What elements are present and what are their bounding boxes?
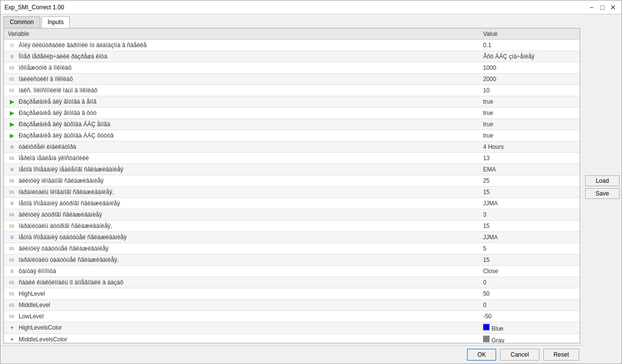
variable-name: äëèíóèÿ áóòðîãî ñãëàæèâàíèåÿ (19, 211, 102, 218)
variable-name: Ðàçðåøàíèå äëÿ âûõîäà ÁÁÇ ôóòóâ (19, 132, 114, 139)
row-icon-13: 01 (8, 188, 16, 196)
table-row[interactable]: ½Äîëÿ ôèëüòðàöèè ãàðìîíèè îò äèàïàçîíà â… (4, 40, 580, 51)
row-icon-9: ≡ (8, 143, 16, 151)
save-button[interactable]: Save (585, 188, 620, 199)
row-icon-6: ▶ (8, 109, 16, 117)
table-row[interactable]: 01ïðîìåæóòîê â ïîêîëàõ1000 (4, 62, 580, 74)
variable-cell: ≡ìåòîä îñíåäàíèÿ áóòðîãî ñãëàæèâàíèåÿ (4, 198, 284, 209)
row-icon-26: ✦ (8, 336, 16, 343)
table-row[interactable]: ≡òàéìôðåéì èíäèêàòîðà4 Hours (4, 141, 580, 153)
variable-name: ìåòîä îñíåäàíèÿ ìåäëåíîãî ñãëàæèâàíèåÿ (19, 166, 123, 173)
table-row[interactable]: 01äëèíóèÿ áóòðîãî ñãëàæèâàíèåÿ3 (4, 209, 580, 221)
cancel-button[interactable]: Cancel (500, 349, 539, 361)
table-row[interactable]: 01ïàðàíèòàëü òàäóóùåé ñãëàæèâàíèåÿ,15 (4, 254, 580, 266)
table-row[interactable]: 01äëèíóèÿ ïëîãàíîãî ñãëàæèâàíèåÿ25 (4, 175, 580, 187)
reset-button[interactable]: Reset (543, 349, 579, 361)
variable-name: òàéìôðåéì èíäèêàòîðà (19, 143, 76, 150)
value-text: Blue (490, 325, 503, 332)
value-cell: true (479, 130, 580, 141)
table-row[interactable]: 01ïàðàíèòàëü áóòðîãî ñãëàæèâàíèåÿ,15 (4, 221, 580, 232)
row-icon-24: 01 (8, 312, 16, 320)
dialog-buttons: OK Cancel Reset (0, 345, 583, 364)
table-row[interactable]: ▶Ðàçðåøàíèå äëÿ âûõîäà ÁÁÇ ôóòóâtrue (4, 130, 580, 141)
table-row[interactable]: 01ïàðàíèòàëü ïëîãàíîãî ñãëàæèâàíèåÿ,15 (4, 187, 580, 198)
variable-cell: 01îàëëèñòèêî â ïîêîëàõ (4, 74, 284, 84)
table-row[interactable]: 01ïåðèîä ìåäëåíà ÿêîñòàíîèëè13 (4, 153, 580, 164)
variable-cell: 01äëèíóèÿ ïëîãàíîãî ñãëàæèâàíèåÿ (4, 175, 284, 186)
value-cell: 3 (479, 209, 580, 221)
table-row[interactable]: 01ìàêñ. ïîëîñîïîëëîê îáüî â ïîêîëàõ10 (4, 85, 580, 96)
value-cell: 2000 (479, 74, 580, 85)
variable-cell: 01MiddleLevel (4, 300, 284, 310)
maximize-button[interactable]: □ (598, 3, 607, 12)
row-icon-20: ≡ (8, 267, 16, 275)
table-row[interactable]: 01ñààëè êíàêöèîíàëü ïî àíîåãíîàëè â áàçà… (4, 277, 580, 288)
variable-name: îàëëèñòèêî â ïîêîëàõ (19, 76, 73, 83)
value-cell: 4 Hours (479, 141, 580, 153)
table-section: Variable Value ½Äîëÿ ôèëüòðàöèè ãàðìîíèè… (0, 28, 583, 364)
row-icon-25: ✦ (8, 324, 16, 332)
load-button[interactable]: Load (585, 175, 620, 186)
value-cell: Åñò ÁÁÇ çíà÷åíèåÿ (479, 51, 580, 62)
main-window: Exp_SMI_Correct 1.00 − □ ✕ Common Inputs (0, 0, 622, 364)
table-row[interactable]: 01äëèíóèÿ òàäóóùåé ñãëàæèâàíèåÿ5 (4, 243, 580, 254)
table-row[interactable]: ✦MiddleLevelsColor Gray (4, 334, 580, 343)
value-cell: 15 (479, 221, 580, 232)
row-icon-11: ≡ (8, 166, 16, 173)
table-row[interactable]: ✦HighLevelsColor Blue (4, 322, 580, 334)
value-cell: EMA (479, 164, 580, 175)
value-cell: 0 (479, 277, 580, 288)
value-cell: -50 (479, 311, 580, 322)
variable-cell: 01HighLevel (4, 288, 284, 299)
table-row[interactable]: ≡ìåòîä îñíåäàíèÿ òàäóóùåé ñãëàæèâàíèåÿJJ… (4, 232, 580, 243)
variable-cell: ▶Ðàçðåøàíèå äëÿ ãîòîâà â åìîã (4, 96, 284, 107)
minimize-button[interactable]: − (587, 3, 596, 12)
variable-name: ìåòîä îñíåäàíèÿ òàäóóùåé ñãëàæèâàíèåÿ (19, 234, 127, 241)
variable-name: äëèíóèÿ ïëîãàíîãî ñãëàæèâàíèåÿ (19, 177, 104, 184)
value-cell: Close (479, 266, 580, 277)
row-icon-12: 01 (8, 177, 16, 185)
row-icon-2: 01 (8, 64, 16, 72)
table-row[interactable]: ▶Ðàçðåøàíèå äëÿ âûõîäà ÁÁÇ åìîãàtrue (4, 119, 580, 130)
tab-common[interactable]: Common (3, 16, 40, 28)
table-row[interactable]: ≡ìåòîä îñíåäàíèÿ áóòðîãî ñãëàæèâàíèåÿJJM… (4, 198, 580, 209)
value-cell: 25 (479, 175, 580, 187)
value-cell: JJMA (479, 232, 580, 243)
table-row[interactable]: ▶Ðàçðåøàíèå äëÿ ãîòîâà â ôóòtrue (4, 108, 580, 119)
row-icon-16: 01 (8, 222, 16, 230)
variable-cell: ▶Ðàçðåøàíèå äëÿ âûõîäà ÁÁÇ åìîãà (4, 119, 284, 130)
variable-name: ïàðàíèòàëü áóòðîãî ñãëàæèâàíèåÿ, (19, 223, 112, 229)
value-text: Gray (490, 337, 504, 343)
tab-inputs[interactable]: Inputs (41, 16, 70, 28)
table-row[interactable]: ≡Íîìåð ïåðåêëþ÷àëêè ðàçðåøà ëîòàÅñò ÁÁÇ … (4, 51, 580, 62)
row-icon-7: ▶ (8, 120, 16, 128)
variable-name: Äîëÿ ôèëüòðàöèè ãàðìîíèè îò äèàïàçîíà â … (19, 42, 147, 49)
ok-button[interactable]: OK (467, 349, 496, 361)
value-cell: true (479, 108, 580, 119)
close-button[interactable]: ✕ (609, 3, 618, 12)
variable-cell: ≡ôàíòàÿ êîìïîíòà (4, 266, 284, 277)
window-title: Exp_SMI_Correct 1.00 (4, 4, 64, 11)
variable-cell: 01äëèíóèÿ áóòðîãî ñãëàæèâàíèåÿ (4, 209, 284, 220)
table-row[interactable]: ≡ìåòîä îñíåäàíèÿ ìåäëåíîãî ñãëàæèâàíèåÿE… (4, 164, 580, 175)
variable-cell: 01LowLevel (4, 311, 284, 322)
variable-cell: 01ïðîìåæóòîê â ïîêîëàõ (4, 62, 284, 73)
value-cell: 1000 (479, 62, 580, 74)
row-icon-17: ≡ (8, 233, 16, 241)
variable-cell: ≡Íîìåð ïåðåêëþ÷àëêè ðàçðåøà ëîòà (4, 51, 284, 62)
table-row[interactable]: ▶Ðàçðåøàíèå äëÿ ãîòîâà â åìîãtrue (4, 96, 580, 108)
table-row[interactable]: 01MiddleLevel0 (4, 300, 580, 311)
col-variable: Variable (4, 28, 479, 40)
table-wrapper[interactable]: Variable Value ½Äîëÿ ôèëüòðàöèè ãàðìîíèè… (4, 28, 580, 343)
row-icon-8: ▶ (8, 132, 16, 140)
row-icon-1: ≡ (8, 53, 16, 60)
parameters-table: Variable Value ½Äîëÿ ôèëüòðàöèè ãàðìîíèè… (4, 28, 580, 343)
variable-name: Ðàçðåøàíèå äëÿ âûõîäà ÁÁÇ åìîãà (19, 121, 110, 128)
table-row[interactable]: 01HighLevel50 (4, 288, 580, 300)
row-icon-10: 01 (8, 154, 16, 162)
table-row[interactable]: 01îàëëèñòèêî â ïîêîëàõ2000 (4, 74, 580, 85)
variable-name: ôàíòàÿ êîìïîíòà (19, 268, 56, 275)
table-row[interactable]: 01LowLevel-50 (4, 311, 580, 322)
table-row[interactable]: ≡ôàíòàÿ êîìïîíòàClose (4, 266, 580, 277)
variable-name: ïåðèîä ìåäëåíà ÿêîñòàíîèëè (19, 155, 89, 162)
